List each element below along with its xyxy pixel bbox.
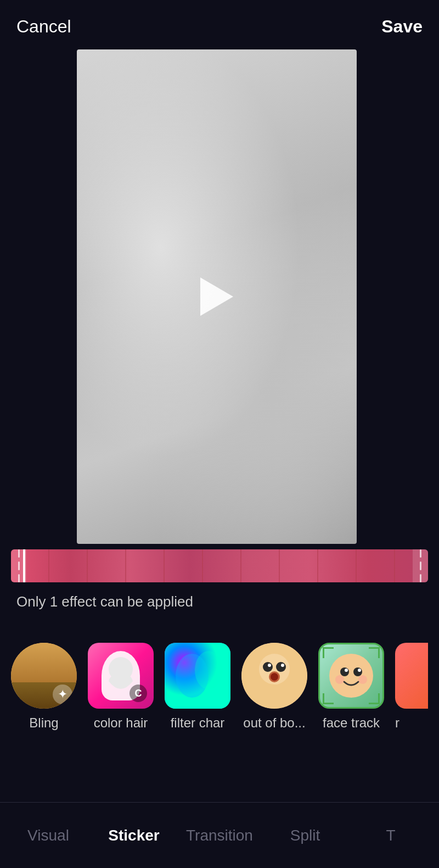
svg-point-8 <box>268 664 271 667</box>
bling-sparkle-icon: ✦ <box>53 685 72 704</box>
header: Cancel Save <box>0 0 439 45</box>
corner-tr-icon <box>369 647 380 658</box>
svg-point-9 <box>281 664 284 667</box>
handle-bar-r3 <box>420 574 421 582</box>
svg-point-7 <box>276 662 286 672</box>
color-hair-loading-icon: C <box>130 685 147 702</box>
play-button[interactable] <box>200 277 233 316</box>
effect-icon-color-hair: C <box>88 643 154 709</box>
tab-visual[interactable]: Visual <box>5 827 91 844</box>
handle-bar-r1 <box>420 549 421 558</box>
effect-item-bling[interactable]: ✦ Bling <box>11 643 77 731</box>
effect-label-color-hair: color hair <box>94 715 148 731</box>
svg-point-14 <box>353 667 362 676</box>
svg-point-18 <box>358 675 367 684</box>
tab-split[interactable]: Split <box>262 827 348 844</box>
effect-item-face-track[interactable]: face track <box>318 643 384 731</box>
effects-row: ✦ Bling C color hair <box>0 632 439 742</box>
svg-point-11 <box>271 673 278 681</box>
effect-notice: Only 1 effect can be applied <box>16 593 193 610</box>
effect-label-out-of-body: out of bo... <box>243 715 305 731</box>
effect-item-partial[interactable]: r <box>395 643 428 731</box>
corner-tl-icon <box>323 647 334 658</box>
cancel-button[interactable]: Cancel <box>16 16 71 37</box>
save-button[interactable]: Save <box>381 16 423 37</box>
svg-point-3 <box>195 651 222 689</box>
handle-bar-line1 <box>18 549 20 558</box>
timeline-container <box>0 549 439 582</box>
effect-icon-filter-char <box>165 643 230 709</box>
effect-item-filter-char[interactable]: filter char <box>165 643 230 731</box>
video-preview <box>77 49 357 544</box>
tab-label-visual: Visual <box>27 827 69 844</box>
svg-point-15 <box>345 669 348 672</box>
bottom-tabs: Visual Sticker Transition Split T <box>0 802 439 868</box>
effect-icon-out-of-body <box>241 643 307 709</box>
svg-point-16 <box>358 669 361 672</box>
tab-transition[interactable]: Transition <box>177 827 262 844</box>
tab-label-sticker: Sticker <box>108 827 159 844</box>
effect-label-bling: Bling <box>29 715 58 731</box>
corner-br-icon <box>369 693 380 704</box>
effect-label-face-track: face track <box>323 715 380 731</box>
tab-label-transition: Transition <box>186 827 253 844</box>
effect-icon-bling: ✦ <box>11 643 77 709</box>
timeline-handle-right[interactable] <box>413 549 428 582</box>
svg-point-13 <box>340 667 349 676</box>
corner-bl-icon <box>323 693 334 704</box>
svg-point-6 <box>263 662 273 672</box>
effect-item-out-of-body[interactable]: out of bo... <box>241 643 307 731</box>
svg-point-17 <box>335 675 344 684</box>
effect-label-partial: r <box>395 715 423 731</box>
handle-bar-line3 <box>18 574 20 582</box>
tab-sticker[interactable]: Sticker <box>91 827 177 844</box>
handle-bar-line2 <box>18 561 20 570</box>
effect-label-filter-char: filter char <box>171 715 225 731</box>
handle-bar-r2 <box>420 561 421 570</box>
tab-label-t: T <box>386 827 395 844</box>
timeline-track[interactable] <box>11 549 428 582</box>
tab-t[interactable]: T <box>348 827 434 844</box>
effect-icon-partial <box>395 643 428 709</box>
timeline-playhead <box>23 549 25 582</box>
svg-point-12 <box>329 654 373 698</box>
effect-icon-face-track <box>318 643 384 709</box>
effect-item-color-hair[interactable]: C color hair <box>88 643 154 731</box>
tab-label-split: Split <box>290 827 320 844</box>
